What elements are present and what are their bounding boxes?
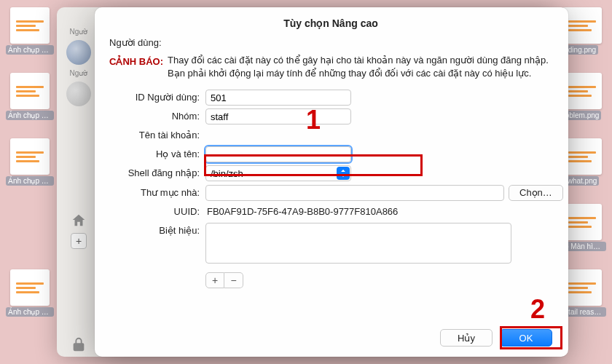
file-label: Ảnh chụp 2023-0 xyxy=(6,111,54,120)
file-thumb xyxy=(562,269,602,306)
avatar xyxy=(66,82,91,106)
uuid-value: FB0AF91D-75F6-47A9-B8B0-9777F810A866 xyxy=(205,204,398,220)
add-user-button[interactable]: + xyxy=(71,233,87,249)
full-name-input[interactable] xyxy=(205,146,351,162)
warning-label: CẢNH BÁO: xyxy=(109,54,168,70)
remove-alias-button[interactable]: − xyxy=(224,272,243,288)
sidebar-section-label: Ngườ xyxy=(70,69,88,77)
lock-icon[interactable] xyxy=(71,336,87,352)
file-label: oblem.png xyxy=(563,111,602,120)
ok-button[interactable]: OK xyxy=(500,329,552,347)
choose-button[interactable]: Chọn… xyxy=(509,185,563,201)
sidebar-section-label: Ngườ xyxy=(70,28,88,36)
uuid-label: UUID: xyxy=(109,204,205,220)
login-shell-select[interactable] xyxy=(205,165,351,182)
user-id-label: ID Người dùng: xyxy=(109,90,205,106)
file-thumb xyxy=(562,138,602,175)
file-thumb xyxy=(10,269,50,306)
account-name-label: Tên tài khoản: xyxy=(109,127,205,143)
group-input[interactable] xyxy=(205,108,351,124)
full-name-label: Họ và tên: xyxy=(109,146,205,162)
add-alias-button[interactable]: + xyxy=(205,272,224,288)
file-label: Ảnh chụp Màn hình …23.19.4 xyxy=(6,307,54,317)
file-thumb xyxy=(10,138,50,175)
warning-text: Thay đổi các cài đặt này có thể gây hại … xyxy=(168,54,552,79)
aliases-label: Biệt hiệu: xyxy=(109,223,205,239)
chevron-updown-icon[interactable] xyxy=(337,167,350,180)
advanced-options-dialog: Tùy chọn Nâng cao Người dùng: CẢNH BÁO: … xyxy=(95,7,568,357)
file-thumb xyxy=(10,7,50,44)
user-id-input[interactable] xyxy=(205,90,351,106)
dialog-title: Tùy chọn Nâng cao xyxy=(109,17,552,29)
group-label: Nhóm: xyxy=(109,108,205,124)
file-thumb xyxy=(562,204,602,240)
file-thumb xyxy=(10,73,50,109)
home-dir-input[interactable] xyxy=(205,185,504,201)
avatar xyxy=(66,40,91,65)
home-icon xyxy=(71,213,87,229)
file-label: what.png xyxy=(565,176,600,186)
cancel-button[interactable]: Hủy xyxy=(440,329,493,347)
file-label: Ảnh chụp 2023-0 xyxy=(6,176,54,186)
login-shell-label: Shell đăng nhập: xyxy=(109,165,205,181)
file-label: ding.png xyxy=(566,45,598,55)
user-label: Người dùng: xyxy=(109,35,165,51)
file-thumb xyxy=(562,7,602,44)
login-shell-input[interactable] xyxy=(205,165,351,181)
file-thumb xyxy=(562,73,602,109)
home-dir-label: Thư mục nhà: xyxy=(109,185,205,201)
file-label: Ảnh chụp 2023-0 xyxy=(6,45,54,55)
aliases-list[interactable] xyxy=(205,223,511,264)
